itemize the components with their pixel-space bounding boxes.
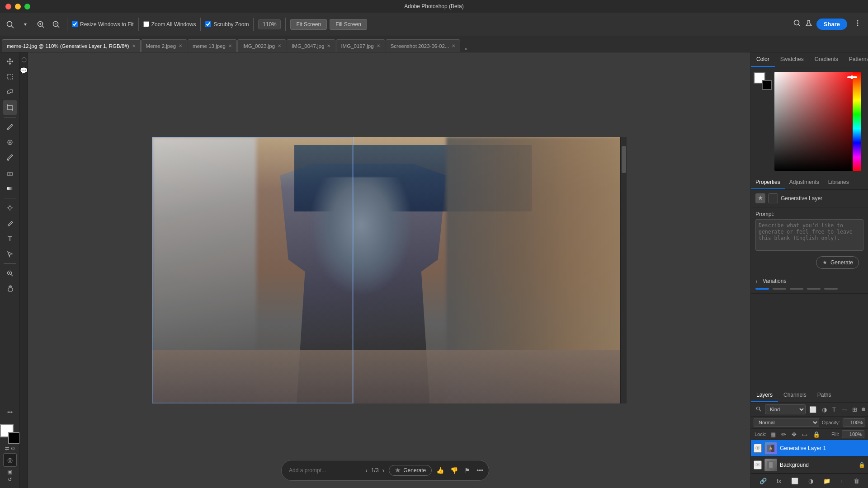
variation-1[interactable] — [755, 288, 769, 290]
lasso-tool[interactable] — [3, 85, 17, 99]
zoom-tool-icon[interactable] — [4, 18, 16, 31]
lock-transparency-btn[interactable]: ▦ — [769, 431, 777, 438]
prompt-generate-button[interactable]: Generate — [389, 465, 432, 476]
lock-image-btn[interactable]: ✏ — [780, 431, 788, 438]
move-tool[interactable] — [3, 54, 17, 69]
fg-bg-colors[interactable] — [0, 424, 20, 444]
layer-0-visibility[interactable]: 👁 — [754, 444, 762, 453]
layer-icon-shape[interactable]: ▭ — [840, 405, 849, 414]
background-color[interactable] — [8, 432, 20, 444]
blend-mode-select[interactable]: NormalDissolveDarkenMultiply — [754, 418, 819, 427]
tab-libraries[interactable]: Libraries — [824, 176, 854, 189]
crop-tool[interactable] — [3, 100, 17, 115]
scrubby-zoom-checkbox[interactable] — [205, 21, 211, 27]
pen-tool[interactable] — [3, 216, 17, 230]
variation-3[interactable] — [790, 288, 803, 290]
hand-tool[interactable] — [3, 282, 17, 296]
hue-indicator[interactable] — [847, 76, 857, 78]
side-icon-2[interactable]: 💬 — [20, 67, 28, 74]
tab-1[interactable]: Meme 2.jpeg ✕ — [141, 39, 187, 52]
tab-swatches[interactable]: Swatches — [775, 52, 809, 67]
variation-5[interactable] — [824, 288, 838, 290]
opacity-input[interactable] — [843, 418, 865, 427]
layer-link-btn[interactable]: 🔗 — [758, 477, 769, 485]
hue-bar[interactable] — [853, 72, 861, 171]
layer-icon-smart[interactable]: ⊞ — [850, 405, 859, 414]
fill-input[interactable] — [842, 430, 864, 438]
panel-generate-button[interactable]: Generate — [816, 256, 859, 269]
layer-fx-btn[interactable]: fx — [775, 477, 783, 485]
zoom-tool[interactable] — [3, 266, 17, 281]
layer-mask-btn[interactable]: ⬜ — [789, 477, 800, 485]
tab-3-close[interactable]: ✕ — [278, 43, 281, 48]
layer-row-0[interactable]: 👁 Generative Layer 1 — [751, 440, 868, 457]
layer-search-icon[interactable] — [754, 405, 763, 414]
thumbs-up-button[interactable]: 👍 — [434, 465, 446, 475]
fill-screen-button[interactable]: Fill Screen — [330, 19, 367, 30]
tab-6-close[interactable]: ✕ — [452, 43, 455, 48]
layer-folder-btn[interactable]: 📁 — [821, 477, 832, 485]
dodge-tool[interactable] — [3, 201, 17, 215]
thumbs-down-button[interactable]: 👎 — [448, 465, 460, 475]
tab-3[interactable]: IMG_0023.jpg ✕ — [237, 39, 286, 52]
lock-artboard-btn[interactable]: ▭ — [801, 431, 809, 438]
variation-2[interactable] — [773, 288, 786, 290]
swap-colors-button[interactable]: ⇄ — [5, 446, 9, 451]
layer-icon-type[interactable]: T — [830, 405, 838, 414]
tab-adjustments[interactable]: Adjustments — [785, 176, 824, 189]
color-picker-gradient[interactable] — [774, 72, 865, 171]
minimize-button[interactable] — [15, 4, 21, 9]
tab-layers[interactable]: Layers — [751, 389, 778, 402]
tab-5[interactable]: IMG_0197.jpg ✕ — [336, 39, 385, 52]
tab-1-close[interactable]: ✕ — [179, 43, 182, 48]
tabs-more-button[interactable]: » — [461, 46, 471, 52]
tab-4[interactable]: IMG_0047.jpg ✕ — [287, 39, 335, 52]
prev-variation-button[interactable]: ‹ — [363, 466, 369, 475]
tab-4-close[interactable]: ✕ — [327, 43, 330, 48]
zoom-all-checkbox[interactable] — [143, 21, 149, 27]
layer-kind-select[interactable]: Kind — [765, 404, 806, 414]
gen-prompt-textarea[interactable] — [755, 219, 863, 251]
more-prompt-options[interactable]: ••• — [475, 465, 485, 475]
lock-all-btn[interactable]: 🔒 — [811, 431, 821, 438]
next-variation-button[interactable]: › — [381, 466, 387, 475]
flag-button[interactable]: ⚑ — [462, 465, 472, 475]
layer-1-visibility[interactable]: 👁 — [754, 460, 762, 469]
layer-adjustment-btn[interactable]: ◑ — [807, 477, 815, 485]
close-button[interactable] — [5, 4, 11, 9]
tab-paths[interactable]: Paths — [812, 389, 837, 402]
tab-6[interactable]: Screenshot 2023-06-02... ✕ — [386, 39, 461, 52]
eyedropper-tool[interactable] — [3, 120, 17, 134]
tab-2[interactable]: meme 13.jpeg ✕ — [188, 39, 237, 52]
color-gradient-field[interactable] — [774, 72, 860, 171]
variation-4[interactable] — [807, 288, 821, 290]
resize-windows-checkbox[interactable] — [72, 21, 78, 27]
tab-channels[interactable]: Channels — [778, 389, 812, 402]
tab-properties[interactable]: Properties — [751, 176, 785, 189]
scroll-thumb-v[interactable] — [622, 146, 626, 173]
prompt-input[interactable] — [289, 467, 361, 474]
lock-move-btn[interactable]: ✥ — [790, 431, 798, 438]
background-swatch[interactable] — [762, 80, 772, 90]
share-button[interactable]: Share — [816, 19, 847, 30]
heal-tool[interactable] — [3, 135, 17, 150]
fg-bg-color-indicator[interactable] — [754, 72, 772, 90]
more-options-button[interactable] — [851, 19, 864, 29]
layer-icon-adjust[interactable]: ◑ — [820, 405, 829, 414]
layer-new-btn[interactable]: + — [839, 477, 846, 485]
dropdown-icon[interactable] — [19, 18, 32, 31]
rotate-view-button[interactable]: ↺ — [8, 477, 12, 483]
gradient-tool[interactable] — [3, 181, 17, 196]
tab-2-close[interactable]: ✕ — [228, 43, 232, 48]
path-selection-tool[interactable] — [3, 247, 17, 261]
screen-mode-button[interactable]: ▣ — [7, 469, 12, 475]
fit-screen-button[interactable]: Fit Screen — [290, 19, 327, 30]
search-button[interactable] — [793, 19, 801, 29]
tab-patterns[interactable]: Patterns — [844, 52, 868, 67]
tab-gradients[interactable]: Gradients — [809, 52, 844, 67]
eraser-tool[interactable] — [3, 166, 17, 180]
tab-color[interactable]: Color — [751, 52, 775, 67]
quick-mask-button[interactable]: ◎ — [3, 453, 17, 467]
reset-colors-button[interactable]: ⊙ — [11, 446, 15, 451]
zoom-in-button[interactable] — [34, 18, 47, 31]
